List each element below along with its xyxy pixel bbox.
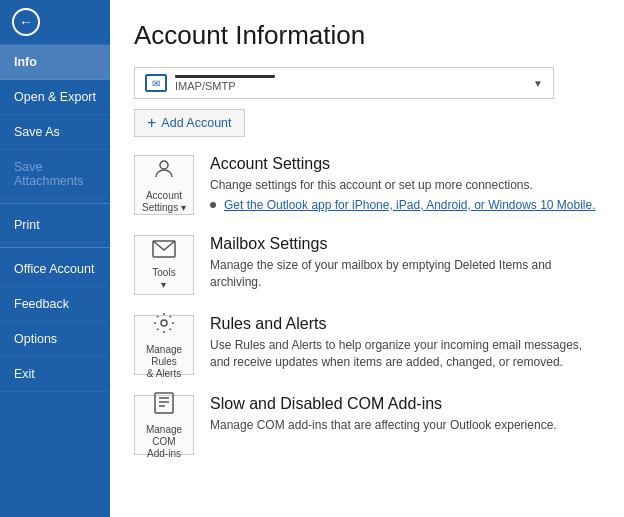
- account-settings-icon-box[interactable]: AccountSettings ▾: [134, 155, 194, 215]
- sidebar-item-print[interactable]: Print: [0, 208, 110, 243]
- tools-icon-label: Tools▾: [152, 267, 175, 291]
- account-settings-section: AccountSettings ▾ Account Settings Chang…: [134, 155, 600, 215]
- mailbox-settings-content: Mailbox Settings Manage the size of your…: [210, 235, 600, 291]
- account-settings-desc: Change settings for this account or set …: [210, 177, 600, 194]
- person-icon: [152, 157, 176, 186]
- rules-alerts-section: Manage Rules& Alerts Rules and Alerts Us…: [134, 315, 600, 375]
- tools-icon-box[interactable]: Tools▾: [134, 235, 194, 295]
- sidebar-item-info[interactable]: Info: [0, 45, 110, 80]
- com-icon: [152, 391, 176, 420]
- bullet-icon: [210, 202, 216, 208]
- manage-com-icon-label: Manage COMAdd-ins: [139, 424, 189, 460]
- mailbox-settings-section: Tools▾ Mailbox Settings Manage the size …: [134, 235, 600, 295]
- account-settings-link[interactable]: Get the Outlook app for iPhone, iPad, An…: [224, 198, 596, 212]
- sidebar-item-exit[interactable]: Exit: [0, 357, 110, 392]
- rules-alerts-content: Rules and Alerts Use Rules and Alerts to…: [210, 315, 600, 371]
- account-selector[interactable]: ✉ IMAP/SMTP ▼: [134, 67, 554, 99]
- sidebar-item-feedback[interactable]: Feedback: [0, 287, 110, 322]
- mailbox-settings-desc: Manage the size of your mailbox by empty…: [210, 257, 600, 291]
- account-settings-title: Account Settings: [210, 155, 600, 173]
- sidebar-item-office-account[interactable]: Office Account: [0, 252, 110, 287]
- account-name-bar: [175, 75, 275, 78]
- svg-point-0: [160, 161, 168, 169]
- account-settings-link-row: Get the Outlook app for iPhone, iPad, An…: [210, 198, 600, 212]
- com-addins-content: Slow and Disabled COM Add-ins Manage COM…: [210, 395, 600, 434]
- com-addins-section: Manage COMAdd-ins Slow and Disabled COM …: [134, 395, 600, 455]
- dropdown-arrow-icon: ▼: [533, 78, 543, 89]
- envelope-icon: [152, 240, 176, 263]
- manage-com-icon-box[interactable]: Manage COMAdd-ins: [134, 395, 194, 455]
- back-icon: ←: [12, 8, 40, 36]
- account-text: IMAP/SMTP: [175, 75, 533, 92]
- com-addins-title: Slow and Disabled COM Add-ins: [210, 395, 600, 413]
- svg-point-2: [161, 320, 167, 326]
- account-settings-content: Account Settings Change settings for thi…: [210, 155, 600, 212]
- rules-alerts-title: Rules and Alerts: [210, 315, 600, 333]
- account-settings-icon-label: AccountSettings ▾: [142, 190, 186, 214]
- rules-alerts-desc: Use Rules and Alerts to help organize yo…: [210, 337, 600, 371]
- page-title: Account Information: [134, 20, 600, 51]
- email-icon: ✉: [145, 74, 167, 92]
- main-content: Account Information ✉ IMAP/SMTP ▼ + Add …: [110, 0, 624, 517]
- sidebar-item-save-as[interactable]: Save As: [0, 115, 110, 150]
- mailbox-settings-title: Mailbox Settings: [210, 235, 600, 253]
- sidebar-item-save-attachments: Save Attachments: [0, 150, 110, 199]
- sidebar-item-options[interactable]: Options: [0, 322, 110, 357]
- manage-rules-icon-label: Manage Rules& Alerts: [139, 344, 189, 380]
- com-addins-desc: Manage COM add-ins that are affecting yo…: [210, 417, 600, 434]
- manage-rules-icon-box[interactable]: Manage Rules& Alerts: [134, 315, 194, 375]
- add-account-button[interactable]: + Add Account: [134, 109, 245, 137]
- account-protocol: IMAP/SMTP: [175, 80, 533, 92]
- add-account-label: Add Account: [161, 116, 231, 130]
- gear-icon: [152, 311, 176, 340]
- sidebar-item-open-export[interactable]: Open & Export: [0, 80, 110, 115]
- plus-icon: +: [147, 114, 156, 132]
- sidebar: ← Info Open & Export Save As Save Attach…: [0, 0, 110, 517]
- back-button[interactable]: ←: [0, 0, 110, 45]
- svg-rect-3: [155, 393, 173, 413]
